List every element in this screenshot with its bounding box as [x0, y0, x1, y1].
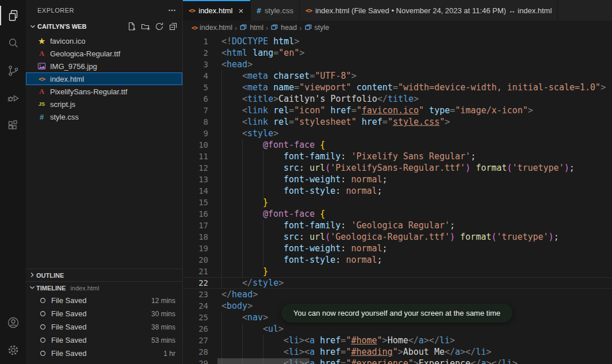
js-file-icon: JS — [36, 101, 47, 107]
breadcrumb-item-head[interactable]: head — [270, 24, 297, 32]
chevron-down-icon — [28, 283, 36, 293]
file-item-index.html[interactable]: <>index.html — [26, 72, 182, 85]
timeline-item-label: File Saved — [51, 336, 86, 344]
html-file-icon: <> — [192, 25, 197, 31]
history-circle-icon — [39, 296, 47, 305]
timeline-item-label: File Saved — [51, 349, 86, 358]
code-line[interactable]: 11font-family: 'Pixelify Sans Regular'; — [183, 151, 612, 162]
timeline-item[interactable]: File Saved10 hrs — [26, 360, 182, 364]
explorer-icon[interactable] — [0, 2, 26, 29]
code-line[interactable]: 1<!DOCTYPE html> — [183, 36, 612, 47]
code-line[interactable]: 10@font-face { — [183, 139, 612, 151]
font-file-icon: A — [36, 49, 47, 58]
timeline-item[interactable]: File Saved38 mins — [26, 320, 182, 334]
code-line[interactable]: 19font-weight: normal; — [183, 243, 612, 254]
outline-section-header[interactable]: OUTLINE — [26, 269, 182, 281]
file-name: PixelifySans-Regular.ttf — [50, 87, 127, 96]
horizontal-scrollbar[interactable] — [217, 358, 309, 364]
code-line[interactable]: 15} — [183, 197, 612, 208]
code-line[interactable]: 21} — [183, 266, 612, 277]
code-line[interactable]: 14font-style: normal; — [183, 185, 612, 197]
code-line[interactable]: 28<li><a href="#heading">About Me</a></l… — [183, 346, 612, 358]
tab-label: index.html (File Saved • November 24, 20… — [315, 6, 552, 15]
code-line[interactable]: 9<style> — [183, 128, 612, 139]
breadcrumb: <>index.html›html›head›style — [183, 21, 612, 35]
code-line[interactable]: 23</head> — [183, 289, 612, 300]
html-file-icon: <> — [305, 7, 312, 14]
source-control-icon[interactable] — [0, 57, 26, 85]
run-debug-icon[interactable] — [0, 85, 26, 112]
timeline-item-time: 30 mins — [151, 310, 175, 318]
more-actions-icon[interactable] — [167, 6, 177, 15]
chevron-right-icon — [28, 271, 36, 280]
timeline-item[interactable]: File Saved12 mins — [26, 294, 182, 307]
editor-tab-2[interactable]: #style.css — [251, 0, 300, 21]
close-tab-icon[interactable]: × — [238, 6, 245, 16]
code-editor[interactable]: 1<!DOCTYPE html>2<html lang="en">3<head>… — [183, 35, 612, 364]
code-line[interactable]: 12src: url('PixelifySans-Regular.ttf') f… — [183, 162, 612, 174]
file-item-style.css[interactable]: #style.css — [26, 110, 182, 123]
breadcrumb-separator: › — [232, 24, 239, 32]
editor-tab-1[interactable]: <>index.html× — [183, 0, 251, 21]
code-line[interactable]: 8<link rel="stylesheet" href="style.css"… — [183, 116, 612, 128]
code-line[interactable]: 7<link rel="icon" href="favicon.ico" typ… — [183, 105, 612, 116]
timeline-item-time: 12 mins — [151, 297, 175, 305]
file-item-favicon.ico[interactable]: ★favicon.ico — [26, 35, 182, 47]
code-line[interactable]: 2<html lang="en"> — [183, 47, 612, 59]
timeline-list: File Saved12 minsFile Saved30 minsFile S… — [26, 294, 182, 364]
explorer-sidebar: EXPLORER CAITLYN'S WEB ★favicon.icoAGeol… — [26, 0, 183, 364]
account-icon[interactable] — [0, 309, 26, 336]
code-line[interactable]: 20font-style: normal; — [183, 254, 612, 266]
code-line[interactable]: 27<li><a href="#home">Home</a></li> — [183, 335, 612, 346]
code-line[interactable]: 22</style> — [183, 277, 612, 289]
breadcrumb-item-html[interactable]: html — [239, 24, 263, 32]
code-line[interactable]: 5<meta name="viewport" content="width=de… — [183, 82, 612, 93]
file-name: script.js — [50, 100, 75, 109]
breadcrumb-label: html — [250, 24, 263, 32]
tab-label: style.css — [265, 6, 293, 15]
outline-title: OUTLINE — [36, 272, 64, 279]
timeline-item[interactable]: File Saved1 hr — [26, 347, 182, 360]
timeline-item-label: File Saved — [51, 323, 86, 331]
workspace-section-header[interactable]: CAITLYN'S WEB — [26, 20, 182, 33]
file-item-script.js[interactable]: JSscript.js — [26, 98, 182, 110]
code-line[interactable]: 3<head> — [183, 59, 612, 70]
new-folder-icon[interactable] — [140, 21, 151, 32]
history-circle-icon — [39, 349, 47, 358]
settings-icon[interactable] — [0, 336, 26, 364]
html-file-icon: <> — [36, 75, 47, 83]
editor-tab-3[interactable]: <>index.html (File Saved • November 24, … — [300, 0, 558, 21]
code-line[interactable]: 17font-family: 'Geologica Regular'; — [183, 220, 612, 231]
timeline-item[interactable]: File Saved53 mins — [26, 334, 182, 347]
breadcrumb-item-index.html[interactable]: <>index.html — [192, 24, 232, 32]
timeline-item-time: 53 mins — [151, 336, 175, 344]
code-line[interactable]: 18src: url('Geologica-Regular.ttf') form… — [183, 231, 612, 243]
explorer-header: EXPLORER — [26, 0, 182, 20]
activity-bar — [0, 0, 26, 364]
search-icon[interactable] — [0, 29, 26, 57]
extensions-icon[interactable] — [0, 112, 26, 140]
file-tree: ★favicon.icoAGeologica-Regular.ttfIMG_97… — [26, 33, 182, 123]
file-item-PixelifySans-Regular.ttf[interactable]: APixelifySans-Regular.ttf — [26, 85, 182, 98]
code-line[interactable]: 13font-weight: normal; — [183, 174, 612, 185]
breadcrumb-item-style[interactable]: style — [304, 24, 330, 32]
timeline-item[interactable]: File Saved30 mins — [26, 307, 182, 320]
history-circle-icon — [39, 309, 47, 318]
code-line[interactable]: 6<title>Caitlyn's Portfolio</title> — [183, 93, 612, 105]
toast-notification: You can now record yourself and your scr… — [281, 304, 512, 323]
file-item-IMG_9756.jpg[interactable]: IMG_9756.jpg — [26, 60, 182, 72]
timeline-title: TIMELINE — [36, 285, 66, 292]
file-name: style.css — [50, 113, 79, 121]
timeline-item-label: File Saved — [51, 296, 86, 305]
file-item-Geologica-Regular.ttf[interactable]: AGeologica-Regular.ttf — [26, 47, 182, 60]
code-line[interactable]: 26<ul> — [183, 323, 612, 335]
explorer-title: EXPLORER — [37, 7, 74, 14]
file-name: Geologica-Regular.ttf — [50, 49, 120, 58]
code-line[interactable]: 4<meta charset="UTF-8"> — [183, 70, 612, 82]
toast-message: You can now record yourself and your scr… — [293, 308, 500, 319]
code-line[interactable]: 16@font-face { — [183, 208, 612, 220]
timeline-section-header[interactable]: TIMELINE index.html — [26, 281, 182, 294]
new-file-icon[interactable] — [126, 21, 137, 32]
refresh-icon[interactable] — [154, 21, 165, 32]
collapse-all-icon[interactable] — [167, 21, 179, 32]
